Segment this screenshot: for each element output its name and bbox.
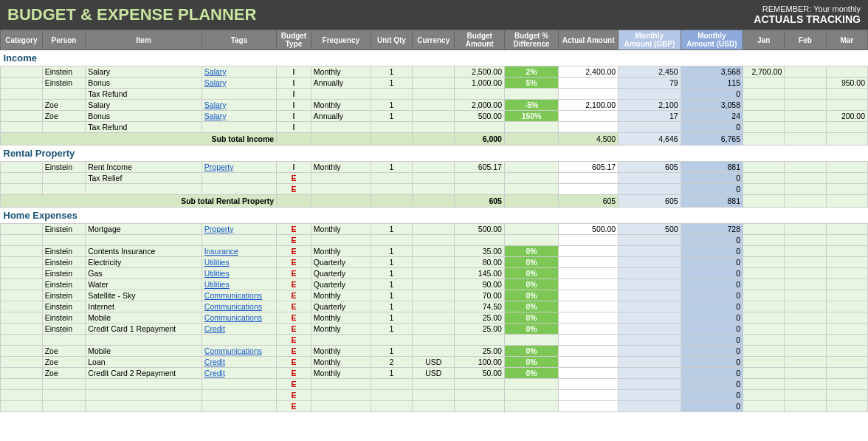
table-row: Einstein Contents Insurance Insurance E … — [1, 246, 868, 257]
cell-actual: 2,100.00 — [559, 100, 619, 111]
cell-type: E — [277, 368, 311, 379]
cell-feb — [785, 346, 826, 357]
cell-usd: 0 — [681, 122, 743, 133]
cell-frequency: Monthly — [311, 368, 371, 379]
cell-usd: 24 — [681, 111, 743, 122]
cell-usd: 0 — [681, 290, 743, 301]
cell-currency — [413, 100, 455, 111]
cell-pct — [504, 335, 558, 346]
cell-item — [86, 335, 202, 346]
cell-tags: Communications — [202, 290, 276, 301]
cell-jan — [743, 335, 785, 346]
cell-actual — [559, 379, 619, 390]
cell-currency — [413, 224, 455, 235]
cell-usd: 0 — [681, 235, 743, 246]
cell-qty — [371, 184, 412, 195]
cell-feb — [785, 379, 826, 390]
cell-category — [1, 89, 43, 100]
cell-category — [1, 390, 43, 401]
cell-category — [1, 279, 43, 290]
cell-category — [1, 246, 43, 257]
cell-frequency: Quarterly — [311, 268, 371, 279]
cell-mar — [826, 368, 867, 379]
col-monthly-usd: Monthly Amount (USD) — [681, 30, 743, 50]
header-right: REMEMBER: Your monthly ACTUALS TRACKING — [754, 4, 861, 25]
cell-pct — [504, 122, 558, 133]
cell-category — [1, 100, 43, 111]
cell-type: E — [277, 324, 311, 335]
cell-gbp — [619, 89, 681, 100]
cell-feb — [785, 173, 826, 184]
cell-frequency: Monthly — [311, 100, 371, 111]
table-row: Einstein Mobile Communications E Monthly… — [1, 312, 868, 324]
cell-mar — [826, 335, 867, 346]
cell-gbp — [619, 368, 681, 379]
cell-feb — [785, 368, 826, 379]
cell-pct: 0% — [504, 357, 558, 368]
cell-mar: 950.00 — [826, 78, 867, 89]
cell-tags: Credit — [202, 357, 276, 368]
cell-frequency: Quarterly — [311, 301, 371, 312]
cell-person: Zoe — [42, 111, 86, 122]
cell-category — [1, 224, 43, 235]
cell-qty: 1 — [371, 162, 412, 173]
cell-feb — [785, 357, 826, 368]
cell-feb — [785, 390, 826, 401]
cell-tags: Credit — [202, 368, 276, 379]
cell-category — [1, 162, 43, 173]
cell-budget — [455, 184, 505, 195]
cell-currency: USD — [413, 368, 455, 379]
cell-jan — [743, 235, 785, 246]
cell-category — [1, 368, 43, 379]
cell-category — [1, 111, 43, 122]
cell-qty — [371, 122, 412, 133]
cell-budget: 25.00 — [455, 324, 505, 335]
cell-actual — [559, 301, 619, 312]
cell-usd: 728 — [681, 224, 743, 235]
col-unit-qty: Unit Qty — [371, 30, 412, 50]
cell-tags — [202, 335, 276, 346]
cell-frequency: Annually — [311, 78, 371, 89]
subtotal-budget: 605 — [455, 195, 505, 208]
cell-actual — [559, 173, 619, 184]
cell-category — [1, 301, 43, 312]
cell-budget: 74.50 — [455, 301, 505, 312]
cell-tags — [202, 89, 276, 100]
cell-actual — [559, 122, 619, 133]
cell-frequency: Quarterly — [311, 257, 371, 268]
cell-type: E — [277, 173, 311, 184]
cell-type: E — [277, 184, 311, 195]
cell-type: I — [277, 100, 311, 111]
cell-feb — [785, 89, 826, 100]
cell-gbp — [619, 379, 681, 390]
cell-qty: 1 — [371, 111, 412, 122]
table-row: E 0 — [1, 335, 868, 346]
cell-item: Water — [86, 279, 202, 290]
cell-tags: Property — [202, 162, 276, 173]
table-row: E 0 — [1, 235, 868, 246]
cell-item: Mobile — [86, 346, 202, 357]
table-row: E 0 — [1, 401, 868, 412]
cell-pct — [504, 401, 558, 412]
cell-qty: 1 — [371, 224, 412, 235]
cell-category — [1, 312, 43, 324]
cell-mar — [826, 89, 867, 100]
table-row: Einstein Bonus Salary I Annually 1 1,000… — [1, 78, 868, 89]
cell-feb — [785, 301, 826, 312]
cell-usd: 0 — [681, 268, 743, 279]
cell-gbp — [619, 246, 681, 257]
table-row: E 0 — [1, 390, 868, 401]
cell-category — [1, 357, 43, 368]
cell-budget — [455, 235, 505, 246]
table-row: Einstein Water Utilities E Quarterly 1 9… — [1, 279, 868, 290]
cell-type: I — [277, 78, 311, 89]
section-label: Rental Property — [1, 146, 868, 162]
cell-actual: 500.00 — [559, 224, 619, 235]
table-row: Zoe Credit Card 2 Repayment Credit E Mon… — [1, 368, 868, 379]
cell-usd: 0 — [681, 401, 743, 412]
cell-category — [1, 257, 43, 268]
subtotal-usd: 6,765 — [681, 133, 743, 146]
cell-mar — [826, 100, 867, 111]
cell-person: Einstein — [42, 162, 86, 173]
cell-item — [86, 235, 202, 246]
